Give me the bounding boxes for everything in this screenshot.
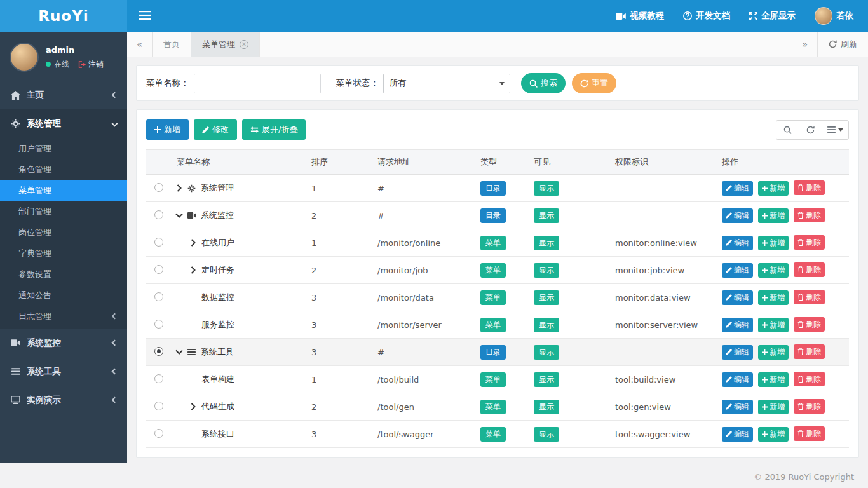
row-radio[interactable] — [154, 374, 163, 383]
sidebar-item-system-monitor[interactable]: 系统监控 — [0, 329, 127, 357]
table-row[interactable]: 在线用户 1 /monitor/online 菜单 显示 monitor:onl… — [146, 229, 849, 257]
table-row[interactable]: 系统工具 3 # 目录 显示 编辑 新增 删除 — [146, 339, 849, 366]
table-row[interactable]: 服务监控 3 /monitor/server 菜单 显示 monitor:ser… — [146, 311, 849, 339]
add-button[interactable]: 新增 — [758, 208, 789, 223]
table-row[interactable]: 系统接口 3 /tool/swagger 菜单 显示 tool:swagger:… — [146, 421, 849, 448]
table-row[interactable]: 数据监控 3 /monitor/data 菜单 显示 monitor:data:… — [146, 284, 849, 311]
video-tutorial-link[interactable]: 视频教程 — [606, 0, 674, 32]
delete-button[interactable]: 删除 — [794, 372, 825, 386]
tab-home[interactable]: 首页 — [153, 32, 191, 57]
sidebar-subitem-2[interactable]: 菜单管理 — [0, 180, 127, 201]
sidebar-toggle-button[interactable] — [127, 0, 163, 32]
close-tab-icon[interactable]: × — [240, 40, 248, 49]
edit-button[interactable]: 编辑 — [722, 290, 753, 305]
modify-menu-button[interactable]: 修改 — [194, 119, 237, 140]
tree-toggle-icon[interactable] — [191, 403, 201, 410]
sidebar-item-demo[interactable]: 实例演示 — [0, 386, 127, 414]
sidebar-subitem-6[interactable]: 参数设置 — [0, 264, 127, 285]
sidebar-subitem-7[interactable]: 通知公告 — [0, 285, 127, 306]
tree-toggle-icon[interactable] — [177, 348, 187, 356]
row-radio[interactable] — [154, 210, 163, 219]
edit-button[interactable]: 编辑 — [722, 372, 753, 387]
logout-button[interactable]: 注销 — [78, 59, 104, 70]
fullscreen-button[interactable]: 全屏显示 — [740, 0, 805, 32]
edit-button[interactable]: 编辑 — [722, 181, 753, 196]
table-row[interactable]: 系统管理 1 # 目录 显示 编辑 新增 删除 — [146, 175, 849, 202]
sidebar-item-system-management[interactable]: 系统管理 — [0, 109, 127, 138]
add-button[interactable]: 新增 — [758, 345, 789, 360]
table-search-button[interactable] — [776, 120, 799, 140]
chevron-left-icon — [112, 369, 118, 375]
menu-status-select[interactable]: 所有 — [383, 74, 510, 93]
type-badge: 菜单 — [480, 427, 506, 442]
sidebar-subitem-5[interactable]: 字典管理 — [0, 243, 127, 264]
search-button[interactable]: 搜索 — [521, 73, 566, 93]
tree-toggle-icon[interactable] — [177, 212, 187, 219]
table-row[interactable]: 表单构建 1 /tool/build 菜单 显示 tool:build:view… — [146, 366, 849, 393]
sidebar-subitem-1[interactable]: 角色管理 — [0, 159, 127, 180]
menu-name-input[interactable] — [194, 74, 321, 93]
row-radio[interactable] — [154, 183, 163, 192]
add-button[interactable]: 新增 — [758, 318, 789, 332]
sidebar-subitem-4[interactable]: 岗位管理 — [0, 222, 127, 243]
tab-menu-management[interactable]: 菜单管理 × — [191, 32, 260, 57]
add-button[interactable]: 新增 — [758, 427, 789, 442]
user-menu[interactable]: 若依 — [805, 0, 863, 32]
chevron-left-icon — [112, 92, 118, 98]
row-radio[interactable] — [154, 320, 163, 329]
refresh-tab-button[interactable]: 刷新 — [817, 32, 868, 57]
table-row[interactable]: 代码生成 2 /tool/gen 菜单 显示 tool:gen:view 编辑 … — [146, 393, 849, 421]
delete-button[interactable]: 删除 — [794, 290, 825, 304]
trash-icon — [797, 294, 804, 301]
user-avatar[interactable] — [10, 43, 39, 72]
row-radio[interactable] — [154, 429, 163, 438]
delete-button[interactable]: 删除 — [794, 399, 825, 414]
tree-toggle-icon[interactable] — [191, 239, 201, 247]
reset-button[interactable]: 重置 — [572, 73, 616, 93]
edit-button[interactable]: 编辑 — [722, 345, 753, 360]
row-radio[interactable] — [154, 402, 163, 410]
sidebar-subitem-3[interactable]: 部门管理 — [0, 201, 127, 222]
table-row[interactable]: 定时任务 2 /monitor/job 菜单 显示 monitor:job:vi… — [146, 257, 849, 284]
chevron-left-icon — [112, 313, 118, 320]
add-button[interactable]: 新增 — [758, 236, 789, 250]
sidebar-item-system-tools[interactable]: 系统工具 — [0, 357, 127, 386]
delete-button[interactable]: 删除 — [794, 235, 825, 250]
tabs-scroll-left-button[interactable]: « — [127, 32, 153, 57]
sidebar-subitem-8[interactable]: 日志管理 — [0, 306, 127, 327]
edit-button[interactable]: 编辑 — [722, 400, 753, 414]
edit-button[interactable]: 编辑 — [722, 263, 753, 278]
delete-button[interactable]: 删除 — [794, 262, 825, 277]
delete-button[interactable]: 删除 — [794, 344, 825, 359]
tabs-scroll-right-button[interactable]: » — [792, 32, 817, 57]
add-menu-label: 新增 — [164, 124, 180, 135]
add-button[interactable]: 新增 — [758, 263, 789, 278]
delete-button[interactable]: 删除 — [794, 317, 825, 332]
add-button[interactable]: 新增 — [758, 400, 789, 414]
add-button[interactable]: 新增 — [758, 290, 789, 305]
edit-button[interactable]: 编辑 — [722, 318, 753, 332]
edit-button[interactable]: 编辑 — [722, 236, 753, 250]
table-columns-button[interactable] — [822, 120, 849, 140]
tree-toggle-icon[interactable] — [177, 184, 187, 192]
add-button[interactable]: 新增 — [758, 372, 789, 387]
sidebar-item-label: 系统管理 — [27, 118, 61, 130]
row-radio[interactable] — [154, 292, 163, 301]
sidebar-item-home[interactable]: 主页 — [0, 81, 127, 109]
tree-toggle-icon[interactable] — [191, 266, 201, 274]
dev-docs-link[interactable]: 开发文档 — [674, 0, 740, 32]
expand-collapse-button[interactable]: 展开/折叠 — [242, 119, 306, 140]
delete-button[interactable]: 删除 — [794, 208, 825, 222]
delete-button[interactable]: 删除 — [794, 426, 825, 441]
row-radio[interactable] — [154, 238, 163, 247]
row-radio[interactable] — [154, 265, 163, 274]
table-row[interactable]: 系统监控 2 # 目录 显示 编辑 新增 删除 — [146, 202, 849, 229]
edit-button[interactable]: 编辑 — [722, 208, 753, 223]
delete-button[interactable]: 删除 — [794, 180, 825, 195]
row-radio[interactable] — [154, 347, 163, 356]
sidebar-subitem-0[interactable]: 用户管理 — [0, 138, 127, 159]
table-refresh-button[interactable] — [799, 120, 822, 140]
edit-button[interactable]: 编辑 — [722, 427, 753, 442]
add-menu-button[interactable]: 新增 — [146, 119, 189, 140]
add-button[interactable]: 新增 — [758, 181, 789, 196]
